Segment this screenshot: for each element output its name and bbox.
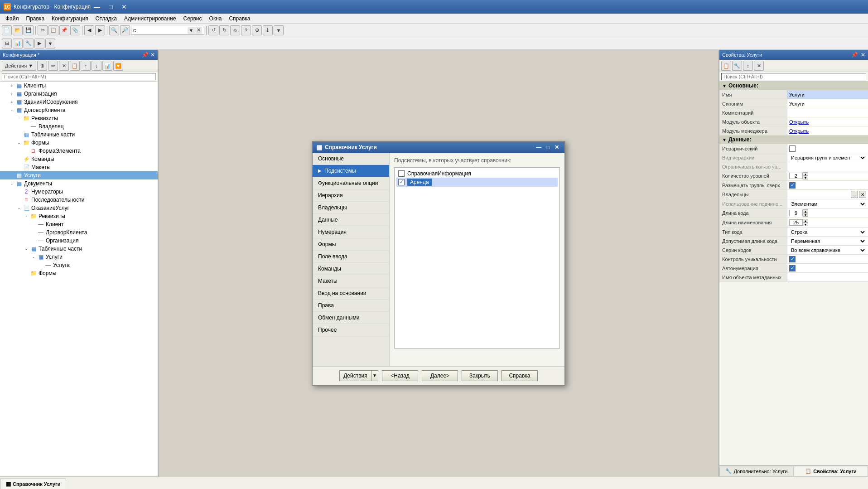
maximize-button[interactable]: □ (104, 0, 117, 13)
tb2-btn5[interactable]: ▼ (45, 39, 55, 48)
prop-value-owners[interactable]: ... ✕ (787, 190, 868, 199)
prop-pin[interactable]: 📌 (851, 52, 858, 58)
tree-item-services[interactable]: + ▦ Услуги (0, 171, 158, 179)
dialog-close-btn[interactable]: ✕ (553, 143, 561, 151)
tb2-btn1[interactable]: ⊞ (2, 39, 12, 48)
nav-basic[interactable]: Основные (313, 153, 389, 165)
prop-close[interactable]: ✕ (861, 52, 865, 58)
tree-item-rekvizity[interactable]: - 📁 Реквизиты (0, 114, 158, 122)
prop-value-code-len-type[interactable]: Переменная (787, 237, 868, 245)
prop-value-module-mgr[interactable]: Открыть (787, 126, 868, 135)
expand-okaz[interactable]: - (16, 205, 22, 211)
lp-btn7[interactable]: 📊 (102, 61, 112, 71)
tree-item-numerators[interactable]: + 2 Нумераторы (0, 188, 158, 196)
subsystem-arenda[interactable]: Аренда (396, 178, 558, 187)
prop-owners-browse[interactable]: ... (851, 191, 858, 198)
expand-org[interactable]: + (9, 91, 14, 97)
tb2-btn3[interactable]: 🔧 (24, 39, 34, 48)
tree-item-cmd[interactable]: + ⚡ Команды (0, 155, 158, 163)
nav-commands[interactable]: Команды (313, 263, 389, 275)
expand-forms[interactable]: - (16, 140, 22, 145)
prop-spinner-namelen-btns[interactable]: ▲ ▼ (803, 219, 808, 226)
menu-file[interactable]: Файл (2, 15, 23, 23)
toolbar-search-input[interactable] (133, 27, 188, 34)
prop-tb1[interactable]: 📋 (721, 61, 731, 71)
nav-hierarchy[interactable]: Иерархия (313, 189, 389, 202)
prop-spinner-codelen-btns[interactable]: ▲ ▼ (803, 209, 808, 217)
prop-codelen-down[interactable]: ▼ (803, 213, 808, 217)
expand-services2[interactable]: - (31, 254, 36, 260)
prop-cb-autonumber[interactable]: ✓ (789, 265, 796, 271)
tree-item-contract[interactable]: - ▦ ДоговорКлиента (0, 106, 158, 114)
tree-item-sequences[interactable]: + ≡ Последовательности (0, 196, 158, 204)
prop-owners-field[interactable]: ... ✕ (789, 191, 866, 198)
bottom-tab-services[interactable]: ▦ Справочник Услуги (0, 479, 66, 489)
prop-value-uniq-ctrl[interactable]: ✓ (787, 255, 868, 263)
prop-value-code-type[interactable]: Строка (787, 228, 868, 236)
menu-config[interactable]: Конфигурация (48, 15, 92, 23)
menu-admin[interactable]: Администрирование (121, 15, 179, 23)
fwd-btn[interactable]: ▶ (95, 25, 105, 35)
lp-btn1[interactable]: ⊕ (37, 61, 47, 71)
prop-namelen-up[interactable]: ▲ (803, 219, 808, 223)
prop-spinner-codelen[interactable]: ▲ ▼ (789, 209, 808, 217)
prop-value-synonym[interactable] (787, 99, 868, 108)
expand-buildings[interactable]: + (9, 99, 14, 105)
expand-docs[interactable]: - (9, 181, 14, 186)
menu-edit[interactable]: Правка (23, 15, 48, 23)
tree-item-clients[interactable]: + ▦ Клиенты (0, 82, 158, 90)
open-btn[interactable]: 📂 (13, 25, 23, 35)
left-panel-close[interactable]: ✕ (150, 52, 155, 58)
prop-spinner-codelen-input[interactable] (789, 210, 803, 216)
prop-section-basic[interactable]: Основные: (719, 82, 868, 90)
nav-exchange[interactable]: Обмен данными (313, 312, 389, 324)
prop-value-module-obj[interactable]: Открыть (787, 117, 868, 126)
prop-value-autonumber[interactable]: ✓ (787, 264, 868, 272)
prop-cb-hierarchical[interactable] (789, 145, 796, 152)
search-dropdown[interactable]: ▼ (188, 27, 195, 34)
tree-item-forms[interactable]: - 📁 Формы (0, 139, 158, 147)
tree-item-dogovor[interactable]: + — ДоговорКлиента (0, 228, 158, 237)
prop-input-comment[interactable] (789, 110, 866, 116)
menu-debug[interactable]: Отладка (92, 15, 121, 23)
nav-numbering[interactable]: Нумерация (313, 226, 389, 238)
checkbox-spravinfo[interactable] (398, 170, 405, 177)
prop-cb-uniq-ctrl[interactable]: ✓ (789, 256, 796, 262)
search-btn[interactable]: 🔍 (109, 25, 119, 35)
prop-tb-close[interactable]: ✕ (754, 61, 764, 71)
dialog-maximize[interactable]: □ (544, 143, 552, 151)
back-btn[interactable]: <Назад (382, 370, 418, 381)
nav-templates[interactable]: Макеты (313, 275, 389, 287)
dialog-minimize[interactable]: — (535, 143, 543, 151)
lp-btn3[interactable]: ✕ (59, 61, 69, 71)
prop-tab-additional[interactable]: 🔧 Дополнительно: Услуги (719, 466, 794, 476)
nav-func-opts[interactable]: Функциональные опции (313, 177, 389, 189)
prop-spinner-btns[interactable]: ▲ ▼ (803, 172, 808, 179)
close-btn[interactable]: Закрыть (462, 370, 498, 381)
refresh-btn[interactable]: ↺ (208, 25, 218, 35)
copy-btn[interactable]: 📋 (48, 25, 58, 35)
prop-owners-clear[interactable]: ✕ (859, 191, 866, 198)
prop-spin-down[interactable]: ▼ (803, 176, 808, 179)
prop-sel-hier-type[interactable]: Иерархия групп и элемен (789, 155, 866, 161)
prop-spinner-namelen[interactable]: ▲ ▼ (789, 219, 808, 226)
prop-input-synonym[interactable] (789, 101, 866, 107)
expand-tab-parts[interactable]: - (24, 246, 29, 252)
tb-btn1[interactable]: ⛭ (230, 25, 240, 35)
tree-item-docs[interactable]: - ▦ Документы (0, 179, 158, 188)
prop-tb2[interactable]: 🔧 (732, 61, 742, 71)
prop-value-code-len[interactable]: ▲ ▼ (787, 208, 868, 218)
nav-forms[interactable]: Формы (313, 238, 389, 251)
prop-spinner-levels[interactable]: ▲ ▼ (789, 172, 808, 179)
tree-item-formaelem[interactable]: + 🗋 ФормаЭлемента (0, 147, 158, 155)
tb-btn5[interactable]: ▼ (274, 25, 284, 35)
prop-spinner-namelen-input[interactable] (789, 219, 803, 226)
refresh2-btn[interactable]: ↻ (219, 25, 229, 35)
prop-owners-input[interactable] (789, 192, 850, 197)
tree-item-klient[interactable]: + — Клиент (0, 220, 158, 228)
tree-item-services2[interactable]: - ▦ Услуги (0, 253, 158, 261)
tb-btn2[interactable]: ? (241, 25, 251, 35)
expand-clients[interactable]: + (9, 83, 14, 88)
prop-value-groups-top[interactable]: ✓ (787, 181, 868, 189)
minimize-button[interactable]: — (91, 0, 103, 13)
